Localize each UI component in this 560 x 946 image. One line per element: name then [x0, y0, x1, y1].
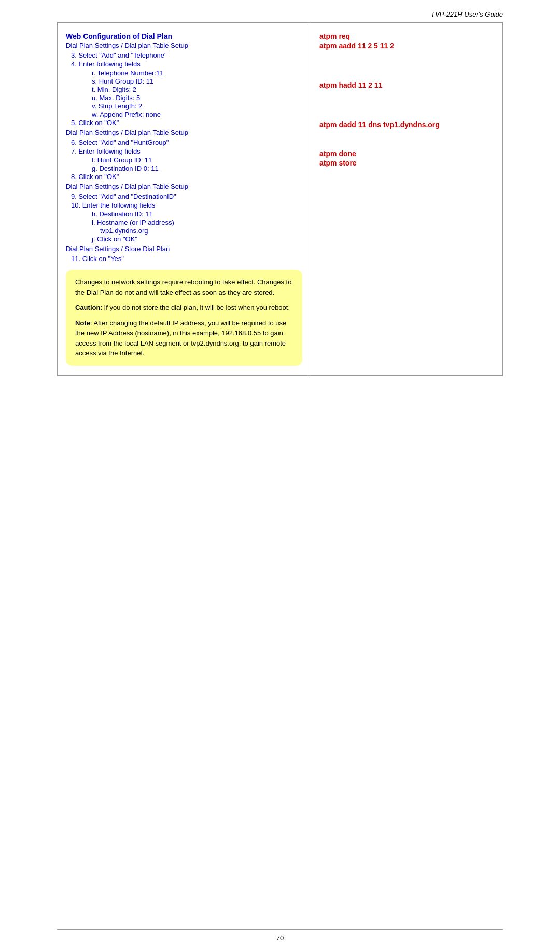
field-r: r. Telephone Number:11 — [92, 69, 302, 77]
note-paragraph: Note: After changing the default IP addr… — [75, 318, 293, 359]
caution-label: Caution — [75, 304, 100, 311]
note-text: : After changing the default IP address,… — [75, 319, 286, 358]
nav-path-4: Dial Plan Settings / Store Dial Plan — [66, 245, 302, 253]
cmd4-line2: atpm store — [319, 159, 494, 167]
page-footer: 70 — [57, 929, 503, 946]
cmd4-line1: atpm done — [319, 149, 494, 158]
nav-path-2: Dial Plan Settings / Dial plan Table Set… — [66, 129, 302, 136]
field-j: j. Click on "OK" — [92, 235, 302, 243]
field-f: f. Hunt Group ID: 11 — [92, 156, 302, 164]
left-column: Web Configuration of Dial Plan Dial Plan… — [58, 23, 311, 375]
cmd1-line2: atpm aadd 11 2 5 11 2 — [319, 42, 494, 50]
cmd-section-2: atpm hadd 11 2 11 — [319, 81, 494, 89]
field-i-label: i. Hostname (or IP address) — [92, 218, 302, 226]
field-s: s. Hunt Group ID: 11 — [92, 77, 302, 85]
main-content-border: Web Configuration of Dial Plan Dial Plan… — [57, 22, 503, 376]
caution-paragraph: Caution: If you do not store the dial pl… — [75, 303, 293, 313]
field-h: h. Destination ID: 11 — [92, 210, 302, 218]
field-v: v. Strip Length: 2 — [92, 102, 302, 110]
note-line1: Changes to network settings require rebo… — [75, 277, 293, 297]
step-8: 8. Click on "OK" — [71, 173, 302, 181]
field-i-value: tvp1.dyndns.org — [100, 227, 302, 235]
cmd-section-3: atpm dadd 11 dns tvp1.dyndns.org — [319, 120, 494, 129]
field-t: t. Min. Digits: 2 — [92, 86, 302, 93]
field-g: g. Destination ID 0: 11 — [92, 164, 302, 172]
right-column: atpm req atpm aadd 11 2 5 11 2 atpm hadd… — [311, 23, 502, 375]
note-label: Note — [75, 319, 90, 327]
step-11: 11. Click on "Yes" — [71, 255, 302, 263]
cmd-section-4: atpm done atpm store — [319, 149, 494, 167]
guide-title: TVP-221H User's Guide — [431, 10, 503, 18]
cmd-section-1: atpm req atpm aadd 11 2 5 11 2 — [319, 32, 494, 50]
page-number: 70 — [276, 934, 284, 942]
step-9: 9. Select "Add" and "DestinationID" — [71, 193, 302, 200]
step-3: 3. Select "Add" and "Telephone" — [71, 51, 302, 59]
step-4: 4. Enter following fields — [71, 60, 302, 68]
step-6: 6. Select "Add" and "HuntGroup" — [71, 139, 302, 146]
step-5: 5. Click on "OK" — [71, 119, 302, 127]
nav-path-1: Dial Plan Settings / Dial plan Table Set… — [66, 42, 302, 49]
cmd1-line1: atpm req — [319, 32, 494, 40]
nav-path-3: Dial Plan Settings / Dial plan Table Set… — [66, 183, 302, 190]
step-7: 7. Enter following fields — [71, 147, 302, 155]
cmd3: atpm dadd 11 dns tvp1.dyndns.org — [319, 120, 494, 129]
step-10: 10. Enter the following fields — [71, 201, 302, 209]
cmd2: atpm hadd 11 2 11 — [319, 81, 494, 89]
two-column-layout: Web Configuration of Dial Plan Dial Plan… — [58, 23, 502, 375]
caution-text: : If you do not store the dial plan, it … — [100, 304, 290, 311]
note-box: Changes to network settings require rebo… — [66, 270, 302, 366]
field-w: w. Append Prefix: none — [92, 111, 302, 118]
field-u: u. Max. Digits: 5 — [92, 94, 302, 102]
web-config-title: Web Configuration of Dial Plan — [66, 32, 302, 40]
page-header: TVP-221H User's Guide — [57, 10, 503, 18]
